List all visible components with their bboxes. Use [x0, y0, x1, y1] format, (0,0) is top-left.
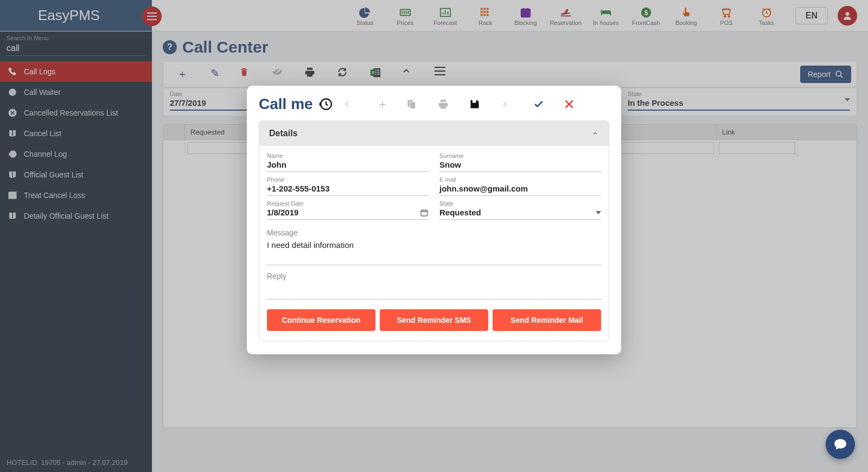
surname-field[interactable]: Snow — [439, 159, 601, 172]
name-field[interactable]: John — [267, 159, 429, 172]
save-icon[interactable] — [469, 99, 484, 110]
chevron-down-icon — [596, 211, 601, 214]
reply-field[interactable] — [267, 280, 601, 299]
chat-button[interactable] — [826, 430, 855, 459]
prev-icon[interactable] — [343, 99, 359, 110]
call-me-modal: Call me ＋ — [247, 86, 621, 354]
copy-icon[interactable] — [406, 98, 422, 110]
modal-overlay: Call me ＋ — [0, 0, 868, 472]
state-label: State — [439, 200, 601, 207]
send-reminder-mail-button[interactable]: Send Reminder Mail — [493, 309, 601, 331]
chevron-up-icon — [591, 131, 599, 136]
phone-label: Phone — [267, 176, 429, 183]
svg-rect-35 — [410, 102, 415, 109]
send-reminder-sms-button[interactable]: Send Reminder SMS — [380, 309, 488, 331]
phone-field[interactable]: +1-202-555-0153 — [267, 183, 429, 196]
state-field[interactable]: Requested — [439, 207, 601, 220]
card-header[interactable]: Details — [259, 121, 609, 146]
email-label: E mail — [439, 176, 601, 183]
continue-reservation-button[interactable]: Continue Reservation — [267, 309, 375, 331]
modal-title: Call me — [259, 95, 313, 113]
history-icon[interactable] — [318, 97, 333, 111]
message-label: Message — [267, 228, 601, 237]
details-card: Details Name John Surname Snow Phon — [259, 120, 609, 341]
email-field[interactable]: john.snow@gmail.com — [439, 183, 601, 196]
svg-rect-36 — [421, 210, 427, 216]
reply-label: Reply — [267, 272, 601, 280]
close-icon[interactable] — [564, 99, 579, 110]
message-field[interactable]: I need detail information — [267, 237, 601, 265]
calendar-icon — [420, 208, 429, 217]
card-title: Details — [269, 129, 297, 138]
surname-label: Surname — [439, 152, 601, 159]
next-icon[interactable] — [501, 99, 516, 110]
print-icon[interactable] — [438, 99, 453, 110]
reqdate-label: Request Date — [267, 200, 429, 207]
name-label: Name — [267, 152, 429, 159]
reqdate-field[interactable]: 1/8/2019 — [267, 207, 429, 220]
confirm-icon[interactable] — [532, 99, 547, 110]
add-icon[interactable]: ＋ — [375, 96, 390, 112]
